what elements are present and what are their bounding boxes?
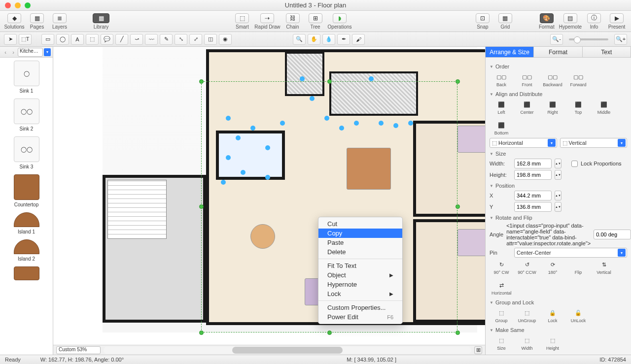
library-item-island-2[interactable]: Island 2	[2, 239, 51, 262]
flip-horizontal[interactable]: ⇄Horizontal	[491, 281, 512, 296]
layers-button[interactable]: ≣Layers	[49, 11, 70, 31]
section-group[interactable]: Group and Lock	[490, 299, 627, 305]
context-menu-lock[interactable]: Lock▶	[318, 289, 402, 298]
library-dropdown[interactable]: Kitche…	[18, 48, 43, 57]
tab-text[interactable]: Text	[583, 47, 631, 57]
angle-field[interactable]	[594, 230, 631, 239]
width-field[interactable]	[514, 159, 552, 168]
order-front[interactable]: ▢▢Front	[517, 72, 537, 87]
pen-tool[interactable]: ✎	[160, 34, 173, 45]
brush-tool[interactable]: 🖌	[352, 34, 365, 45]
same-size[interactable]: ⬚Size	[491, 336, 511, 351]
arc-tool[interactable]: ⤻	[130, 34, 143, 45]
line-tool[interactable]: ╱	[115, 34, 128, 45]
order-forward[interactable]: ▢▢Forward	[568, 72, 588, 87]
smart-button[interactable]: ⬚Smart	[232, 11, 252, 31]
zoom-out-icon[interactable]: 🔍-	[550, 34, 563, 45]
solutions-button[interactable]: ◆Solutions	[4, 11, 25, 31]
lock-button[interactable]: 🔒Lock	[543, 308, 562, 323]
zoom-slider[interactable]	[569, 38, 608, 40]
height-field[interactable]	[514, 170, 552, 180]
tab-format[interactable]: Format	[534, 47, 582, 57]
canvas[interactable]: CutCopyPasteDeleteFit To TextObject▶Hype…	[53, 47, 485, 355]
pin-select[interactable]: Center-Center▾	[514, 248, 627, 258]
context-menu-paste[interactable]: Paste	[318, 238, 402, 247]
rotate-90cw[interactable]: ↻90° CW	[491, 260, 511, 275]
tab-arrange-size[interactable]: Arrange & Size	[486, 47, 534, 57]
lock-proportions-checkbox[interactable]	[571, 161, 578, 167]
same-height[interactable]: ⬚Height	[543, 336, 562, 351]
width-stepper[interactable]: ▲▼	[555, 159, 561, 168]
library-forward[interactable]: ›	[10, 48, 17, 56]
snap-button[interactable]: ⊡Snap	[472, 11, 493, 31]
library-back[interactable]: ‹	[2, 48, 9, 56]
dropper-tool[interactable]: ✒	[337, 34, 350, 45]
text-tool[interactable]: A	[71, 34, 84, 45]
order-back[interactable]: ▢▢Back	[491, 72, 511, 87]
align-center[interactable]: ⬛Center	[517, 100, 537, 115]
library-item-sink-1[interactable]: ◯Sink 1	[2, 61, 51, 94]
textbox-tool[interactable]: ⬚	[86, 34, 99, 45]
section-order[interactable]: Order	[490, 64, 627, 69]
rect-tool[interactable]: ▭	[41, 34, 54, 45]
context-menu-fit-to-text[interactable]: Fit To Text	[318, 261, 402, 270]
context-menu-cut[interactable]: Cut	[318, 219, 402, 229]
ungroup-button[interactable]: ⬚UnGroup	[517, 308, 537, 323]
group-button[interactable]: ⬚Group	[491, 308, 511, 323]
zoom-in-icon[interactable]: 🔍+	[614, 34, 627, 45]
flip-vertical[interactable]: ⇅Vertical	[594, 260, 614, 275]
chain-button[interactable]: ⛓Chain	[282, 11, 303, 31]
hypernote-button[interactable]: ▤Hypernote	[559, 11, 582, 31]
pointer-tool[interactable]: ➤	[4, 34, 17, 45]
hand-tool[interactable]: ✋	[308, 34, 320, 45]
context-menu-custom-properties-[interactable]: Custom Properties...	[318, 303, 402, 312]
context-menu-delete[interactable]: Delete	[318, 247, 402, 257]
eyedropper-tool[interactable]: 💧	[322, 34, 335, 45]
info-button[interactable]: ⓘInfo	[584, 11, 604, 31]
ellipse-tool[interactable]: ◯	[56, 34, 69, 45]
library-item-sink-2[interactable]: ◯◯Sink 2	[2, 99, 51, 132]
align-right[interactable]: ⬛Right	[543, 100, 562, 115]
order-backward[interactable]: ▢▢Backward	[543, 72, 562, 87]
zoom-select[interactable]: Custom 53%	[56, 346, 101, 354]
tree-button[interactable]: ⊞Tree	[305, 11, 326, 31]
unlock-button[interactable]: 🔓UnLock	[568, 308, 588, 323]
rapid-draw-button[interactable]: ⇢Rapid Draw	[254, 11, 280, 31]
connector2-tool[interactable]: ⤢	[189, 34, 202, 45]
spline-tool[interactable]: 〰	[145, 34, 158, 45]
rotate-90ccw[interactable]: ↺90° CCW	[517, 260, 537, 275]
operations-button[interactable]: ◗Operations	[328, 11, 352, 31]
horizontal-scrollbar[interactable]	[104, 347, 471, 354]
library-item-sink-3[interactable]: ◯◯Sink 3	[2, 136, 51, 169]
context-menu-power-edit[interactable]: Power EditF6	[318, 312, 402, 322]
connector-tool[interactable]: ⤡	[175, 34, 187, 45]
library-item-countertop[interactable]: Countertop	[2, 174, 51, 207]
zoom-tool[interactable]: 🔍	[293, 34, 306, 45]
align-bottom[interactable]: ⬛Bottom	[491, 121, 511, 135]
context-menu-object[interactable]: Object▶	[318, 270, 402, 280]
format-button[interactable]: 🎨Format	[536, 11, 557, 31]
library-item-island-1[interactable]: Island 1	[2, 212, 51, 234]
library-item-extra[interactable]	[2, 266, 51, 280]
distribute-horizontal[interactable]: ⬚ Horizontal▾	[490, 138, 557, 148]
distribute-vertical[interactable]: ⬚ Vertical▾	[560, 138, 628, 148]
y-stepper[interactable]: ▲▼	[555, 202, 561, 212]
grid-button[interactable]: ▦Grid	[495, 11, 516, 31]
library-dropdown-chevron[interactable]: ▾	[44, 48, 51, 56]
section-make-same[interactable]: Make Same	[490, 327, 627, 333]
same-width[interactable]: ⬚Width	[517, 336, 537, 351]
rotate-180[interactable]: ⟳180°	[543, 260, 562, 275]
section-align[interactable]: Align and Distribute	[490, 91, 627, 97]
height-stepper[interactable]: ▲▼	[555, 170, 561, 180]
x-field[interactable]	[514, 191, 552, 200]
y-field[interactable]	[514, 202, 552, 212]
align-top[interactable]: ⬛Top	[568, 100, 588, 115]
section-position[interactable]: Position	[490, 183, 627, 189]
crop-tool[interactable]: ◫	[204, 34, 217, 45]
section-size[interactable]: Size	[490, 151, 627, 157]
context-menu-hypernote[interactable]: Hypernote	[318, 280, 402, 289]
context-menu-copy[interactable]: Copy	[318, 229, 402, 238]
library-button[interactable]: ▦Library	[91, 11, 111, 31]
x-stepper[interactable]: ▲▼	[555, 191, 561, 200]
text-select-tool[interactable]: ⬚T	[19, 34, 32, 45]
